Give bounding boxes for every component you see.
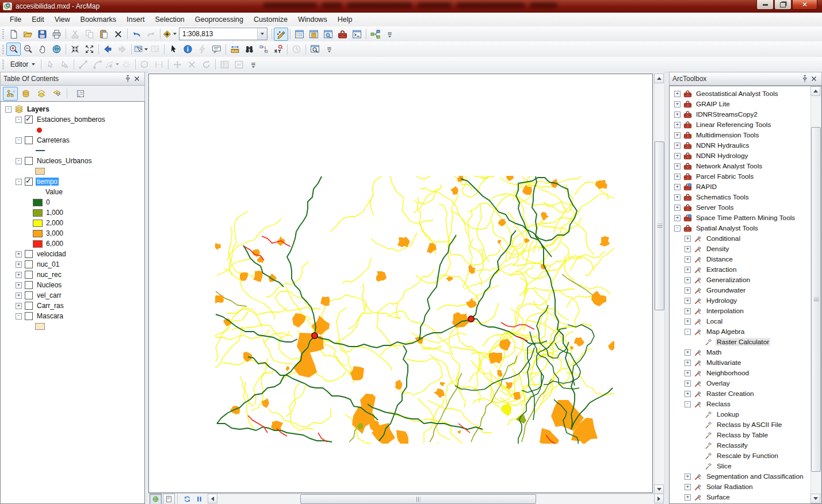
tool-label[interactable]: Rescale by Function [716,452,779,460]
expander-icon[interactable]: + [685,246,691,252]
expander-icon[interactable]: + [16,261,22,268]
toolbox-label[interactable]: RAPID [695,183,718,191]
layer-name[interactable]: vel_carr [36,291,63,299]
menu-bookmarks[interactable]: Bookmarks [75,14,122,25]
toolbox-label[interactable]: Density [705,245,730,253]
viewer-window-button[interactable] [308,43,322,56]
data-view-button[interactable] [150,494,162,504]
expander-icon[interactable]: + [685,287,691,294]
expander-icon[interactable]: + [16,303,22,309]
layers-root-label[interactable]: Layers [26,105,51,113]
catalog-window-button[interactable] [307,28,321,41]
expander-icon[interactable]: + [674,174,680,180]
toolbox-label[interactable]: NDNR Hydraulics [695,141,750,149]
list-by-source-button[interactable] [18,87,33,101]
zoom-out-button[interactable] [21,43,35,56]
toolbox-label[interactable]: Map Algebra [705,328,745,336]
save-button[interactable] [35,28,49,41]
expander-icon[interactable]: + [685,494,691,501]
toolbox-label[interactable]: Parcel Fabric Tools [695,172,755,180]
toolbox-label[interactable]: Interpolation [705,307,745,315]
find-button[interactable] [242,43,257,56]
toolbox-label[interactable]: Extraction [705,266,737,274]
identify-button[interactable] [181,43,195,56]
split-tool-button[interactable] [152,58,166,71]
expander-icon[interactable]: - [16,179,22,185]
expander-icon[interactable]: + [685,308,691,314]
fixed-zoom-in-button[interactable] [68,43,82,56]
arctoolbox-window-button[interactable] [335,28,350,41]
cut-polygons-button[interactable] [137,58,152,71]
toolbox-label[interactable]: NDNR Hydrology [695,152,749,160]
toolbox-label[interactable]: Local [705,317,724,325]
visibility-checkbox[interactable] [25,260,33,268]
new-document-button[interactable] [6,28,21,41]
refresh-view-button[interactable] [182,494,192,504]
legend-class-swatch[interactable] [33,199,43,206]
toolbar-overflow-button[interactable] [246,58,261,71]
editor-menu-button[interactable]: Editor [6,59,39,70]
expander-icon[interactable]: - [674,225,680,232]
toolbar-grip[interactable] [2,60,4,69]
legend-class-swatch[interactable] [33,220,43,227]
select-features-button[interactable] [133,43,148,56]
expander-icon[interactable]: + [685,484,691,490]
layer-name[interactable]: Carr_ras [36,302,65,310]
tool-label[interactable]: Reclassify [716,441,749,449]
map-canvas[interactable] [149,74,652,493]
expander-icon[interactable]: + [685,380,691,387]
list-by-drawing-order-button[interactable] [3,87,18,101]
visibility-checkbox[interactable] [25,271,33,279]
point-snap-button[interactable] [119,58,133,71]
map-hscroll-thumb[interactable] [300,494,536,504]
edit-tool-button[interactable] [43,58,58,71]
forward-button[interactable] [115,43,129,56]
paste-button[interactable] [97,28,111,41]
visibility-checkbox[interactable] [25,157,33,165]
toolbox-label[interactable]: Linear Referencing Tools [695,121,772,129]
expander-icon[interactable]: + [674,122,680,128]
layer-name[interactable]: tiempo [36,178,59,186]
expander-icon[interactable]: - [685,329,691,335]
menu-edit[interactable]: Edit [26,14,49,25]
tool-label[interactable]: Slice [716,462,733,470]
full-extent-button[interactable] [49,43,64,56]
straight-segment-button[interactable] [76,58,90,71]
back-button[interactable] [101,43,115,56]
delete-button[interactable] [111,28,125,41]
toolbox-label[interactable]: Generalization [705,276,751,284]
layer-symbol[interactable] [36,150,45,151]
toolbar-overflow-button[interactable] [322,43,337,56]
scroll-down-button[interactable] [810,494,820,503]
expander-icon[interactable]: + [674,101,680,107]
tool-label[interactable]: Lookup [716,410,740,418]
list-by-selection-button[interactable] [49,87,64,101]
layer-name[interactable]: Nucleos [36,281,63,289]
expander-icon[interactable]: + [16,293,22,299]
toolbox-label[interactable]: Overlay [705,379,731,387]
expander-icon[interactable]: + [674,143,680,149]
layer-name[interactable]: Nucleos_Urbanos [36,157,93,165]
expander-icon[interactable]: + [16,272,22,278]
toolbox-label[interactable]: Multivariate [705,359,742,367]
scroll-up-button[interactable] [810,86,820,96]
toolbar-overflow-button[interactable] [383,28,397,41]
open-folder-button[interactable] [21,28,35,41]
toolbox-label[interactable]: Space Time Pattern Mining Tools [695,214,796,222]
layer-symbol[interactable] [37,128,42,133]
fire-station-marker[interactable] [468,316,474,322]
table-of-contents-window-button[interactable] [292,28,307,41]
expander-icon[interactable]: + [685,267,691,273]
toolbox-label[interactable]: Geostatistical Analyst Tools [695,90,779,98]
list-by-visibility-button[interactable] [34,87,49,101]
expander-icon[interactable]: + [674,91,680,97]
redo-button[interactable] [144,28,158,41]
find-route-button[interactable] [257,43,271,56]
expander-icon[interactable]: + [674,194,680,201]
trace-tool-button[interactable] [105,58,119,71]
expander-icon[interactable]: + [685,318,691,325]
toolbox-label[interactable]: Network Analyst Tools [695,162,763,170]
menu-customize[interactable]: Customize [248,14,293,25]
toolbox-label[interactable]: IDNRStreamsCopy2 [695,110,759,118]
toolbox-label[interactable]: Hydrology [705,297,738,305]
